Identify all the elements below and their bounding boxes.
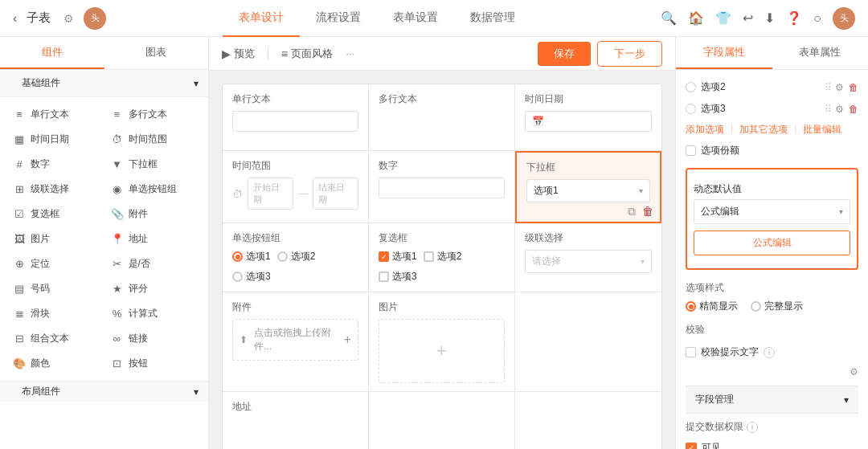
validate-prompt-checkbox[interactable]: [686, 347, 696, 357]
comp-image[interactable]: 🖼 图片: [6, 227, 104, 251]
sidebar-tab-charts[interactable]: 图表: [104, 37, 209, 69]
perms-info-icon[interactable]: i: [747, 422, 758, 433]
save-button[interactable]: 保存: [538, 42, 591, 66]
range-start-input[interactable]: 开始日期: [248, 178, 293, 210]
validate-gear-icon[interactable]: ⚙: [850, 366, 858, 378]
comp-date[interactable]: ▦ 时间日期: [6, 127, 104, 152]
comp-checkbox[interactable]: ☑ 复选框: [6, 202, 104, 227]
notification-icon[interactable]: 👕: [715, 10, 731, 26]
radio-option-2[interactable]: 选项2: [277, 250, 316, 263]
option-radio-2[interactable]: [686, 82, 696, 92]
drag-handle-2[interactable]: ⠿: [825, 82, 830, 93]
back-button[interactable]: ‹: [13, 11, 17, 26]
display-compact[interactable]: 精简显示: [686, 300, 738, 313]
download-icon[interactable]: ⬇: [764, 10, 775, 26]
preview-button[interactable]: ▶ 预览: [222, 47, 255, 61]
number-input[interactable]: [379, 178, 505, 198]
formula-edit-button[interactable]: 公式编辑: [694, 231, 850, 255]
display-full[interactable]: 完整显示: [751, 300, 803, 313]
tab-data-manage[interactable]: 数据管理: [454, 0, 531, 37]
field-manage-chevron[interactable]: ▾: [844, 394, 849, 406]
radio-option-3[interactable]: 选项3: [232, 270, 271, 284]
search-icon[interactable]: 🔍: [661, 10, 677, 26]
comp-multi-text[interactable]: ≡ 多行文本: [104, 102, 203, 127]
copy-icon[interactable]: ⧉: [628, 205, 636, 218]
comp-attachment[interactable]: 📎 附件: [104, 202, 203, 227]
comp-time-range[interactable]: ⏱ 时间范围: [104, 127, 203, 152]
drag-handle-3[interactable]: ⠿: [825, 104, 830, 115]
checkbox-option-3[interactable]: 选项3: [379, 270, 417, 284]
toolbar-more-button[interactable]: ···: [346, 47, 354, 59]
comp-link[interactable]: ∞ 链接: [104, 326, 203, 351]
comp-single-text[interactable]: ≡ 单行文本: [6, 102, 104, 127]
cascade-select[interactable]: 请选择 ▾: [525, 250, 652, 273]
date-range-picker[interactable]: ⏱ 开始日期 — 结束日期: [232, 178, 358, 210]
single-text-input[interactable]: [232, 111, 358, 132]
cell-number[interactable]: 数字: [369, 151, 515, 223]
comp-phone[interactable]: ▤ 号码: [6, 276, 104, 301]
comp-location[interactable]: ⊕ 定位: [6, 251, 104, 276]
tab-process-settings[interactable]: 流程设置: [300, 0, 377, 37]
option-delete-icon-3[interactable]: 🗑: [849, 104, 858, 115]
option-radio-3[interactable]: [686, 104, 696, 114]
tab-form-props[interactable]: 表单属性: [772, 37, 869, 69]
attachment-upload[interactable]: ⬆ 点击或拖拽上传附件... +: [232, 319, 358, 361]
cell-address[interactable]: 地址: [223, 392, 369, 449]
add-icon[interactable]: +: [344, 333, 351, 347]
help-icon[interactable]: ❓: [786, 10, 802, 26]
cell-date[interactable]: 时间日期 📅: [515, 84, 661, 151]
settings-icon[interactable]: ⚙: [63, 12, 74, 25]
comp-combo-text[interactable]: ⊟ 组合文本: [6, 326, 104, 351]
multi-text-input[interactable]: [379, 111, 505, 140]
checkbox-option-1[interactable]: 选项1: [379, 250, 417, 263]
chevron-down-icon[interactable]: ▾: [194, 78, 199, 89]
cell-radio[interactable]: 单选按钮组 选项1 选项2 选项3: [223, 223, 369, 292]
checkbox-option-2[interactable]: 选项2: [424, 250, 462, 263]
tab-field-props[interactable]: 字段属性: [676, 37, 772, 69]
tab-form-settings[interactable]: 表单设置: [377, 0, 454, 37]
sidebar-tab-components[interactable]: 组件: [0, 37, 104, 69]
radio-option-1[interactable]: 选项1: [232, 250, 271, 263]
range-end-input[interactable]: 结束日期: [313, 178, 358, 210]
formula-select[interactable]: 公式编辑 ▾: [694, 199, 850, 224]
cell-single-text[interactable]: 单行文本: [223, 84, 369, 151]
delete-icon[interactable]: 🗑: [642, 205, 653, 218]
dropdown-field[interactable]: 选项1 ▾: [526, 179, 650, 202]
comp-radio[interactable]: ◉ 单选按钮组: [104, 177, 203, 202]
cell-cascade[interactable]: 级联选择 请选择 ▾: [515, 223, 661, 292]
comp-color[interactable]: 🎨 颜色: [6, 351, 104, 376]
history-icon[interactable]: ↩: [743, 10, 753, 26]
option-delete-icon-2[interactable]: 🗑: [849, 82, 858, 93]
option-gear-icon-3[interactable]: ⚙: [835, 104, 844, 115]
perm-visible-checkbox[interactable]: [686, 443, 697, 450]
cell-multi-text[interactable]: 多行文本: [369, 84, 515, 151]
circle-icon[interactable]: ○: [813, 11, 821, 26]
cell-checkbox[interactable]: 复选框 选项1 选项2 选项3: [369, 223, 515, 292]
comp-button[interactable]: ⊡ 按钮: [104, 351, 203, 376]
page-style-button[interactable]: ≡ 页面风格: [281, 47, 333, 61]
cell-dropdown[interactable]: 下拉框 选项1 ▾ ⧉ 🗑: [515, 151, 661, 223]
validate-info-icon[interactable]: i: [764, 347, 775, 358]
comp-address[interactable]: 📍 地址: [104, 227, 203, 251]
comp-number[interactable]: # 数字: [6, 152, 104, 177]
image-upload[interactable]: +: [379, 319, 505, 383]
cell-image[interactable]: 图片 +: [369, 292, 515, 392]
add-other-option-link[interactable]: 加其它选项: [739, 123, 788, 137]
comp-dropdown[interactable]: ▼ 下拉框: [104, 152, 203, 177]
comp-slider[interactable]: ≣ 滑块: [6, 301, 104, 326]
comp-yesno[interactable]: ✂ 是/否: [104, 251, 203, 276]
comp-cascade[interactable]: ⊞ 级联选择: [6, 177, 104, 202]
comp-formula[interactable]: % 计算式: [104, 301, 203, 326]
option-gear-icon-2[interactable]: ⚙: [835, 82, 844, 93]
cell-attachment[interactable]: 附件 ⬆ 点击或拖拽上传附件... +: [223, 292, 369, 392]
layout-chevron-icon[interactable]: ▾: [194, 386, 199, 398]
validate-prompt-option[interactable]: 校验提示文字 i: [686, 341, 858, 363]
home-icon[interactable]: 🏠: [688, 10, 704, 26]
cell-time-range[interactable]: 时间范围 ⏱ 开始日期 — 结束日期: [223, 151, 369, 223]
option-quota[interactable]: 选项份额: [686, 140, 858, 161]
comp-rating[interactable]: ★ 评分: [104, 276, 203, 301]
user-avatar[interactable]: 头: [833, 7, 855, 30]
next-button[interactable]: 下一步: [597, 41, 662, 67]
quota-checkbox[interactable]: [686, 145, 696, 156]
perm-visible[interactable]: 可见: [686, 439, 858, 449]
